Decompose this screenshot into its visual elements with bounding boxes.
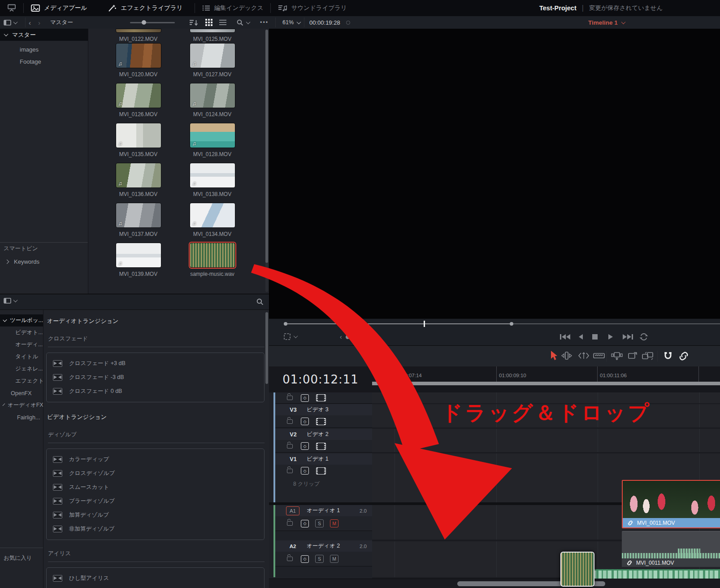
auto-select-icon[interactable]: ◇ <box>301 418 309 425</box>
media-clip[interactable]: ♫ MVI_0139.MOV <box>114 243 163 283</box>
smart-bin-keywords[interactable]: Keywords <box>0 256 93 268</box>
sidebar-item-toolbox[interactable]: ツールボッ... <box>0 314 43 327</box>
range-end-handle[interactable] <box>510 322 513 326</box>
clip-thumbnail[interactable]: ♫ <box>116 203 161 228</box>
razor-edit-mode-button[interactable] <box>593 351 605 360</box>
sidebar-item-audio-transitions[interactable]: オーディ... <box>0 339 43 351</box>
selection-mode-button[interactable] <box>550 350 558 361</box>
slider-knob[interactable] <box>142 20 146 25</box>
jog-control[interactable]: ‹ <box>340 333 350 340</box>
auto-select-icon[interactable]: ◇ <box>301 467 309 475</box>
clip-thumbnail[interactable]: ♫ <box>116 123 161 148</box>
flag-icon[interactable] <box>316 394 326 401</box>
effect-item[interactable]: カラーディップ <box>47 453 264 466</box>
step-back-button[interactable] <box>577 333 584 340</box>
dynamic-trim-mode-button[interactable] <box>577 351 590 360</box>
timeline-ruler[interactable]: 01:00:07:14 01:00:09:10 01:00:11:06 01:0… <box>372 366 720 392</box>
flag-icon[interactable] <box>316 443 326 450</box>
media-clip[interactable]: ♫ MVI_0138.MOV <box>188 163 237 203</box>
lock-icon[interactable] <box>287 557 293 561</box>
go-to-end-button[interactable] <box>622 333 633 340</box>
track-header-v1[interactable]: V1 ビデオ 1 <box>275 453 372 465</box>
bin-breadcrumb[interactable]: マスター <box>50 16 73 29</box>
thumbnail-size-slider[interactable] <box>130 16 175 29</box>
play-button[interactable] <box>607 333 614 340</box>
sidebar-item-effects[interactable]: エフェクト <box>0 375 43 387</box>
viewer-scrubber[interactable] <box>269 318 720 329</box>
lock-icon[interactable] <box>287 521 293 526</box>
range-start-handle[interactable] <box>284 322 287 326</box>
solo-button[interactable]: S <box>315 555 324 563</box>
effects-search-button[interactable] <box>256 298 264 305</box>
bin-item-footage[interactable]: Footage <box>0 56 88 68</box>
sidebar-item-fairlight[interactable]: Fairligh... <box>0 411 43 423</box>
slider-track[interactable] <box>130 22 175 23</box>
media-clip[interactable]: ♫ MVI_0124.MOV <box>188 83 237 123</box>
track-header-a2[interactable]: A2 オーディオ 2 2.0 <box>275 540 372 552</box>
media-clip[interactable]: ♫ MVI_0120.MOV <box>114 43 163 83</box>
auto-select-icon[interactable]: ◇ <box>301 394 309 402</box>
scrubber-playhead[interactable] <box>424 321 425 327</box>
media-clip[interactable]: ♫ MVI_0126.MOV <box>114 83 163 123</box>
media-clip[interactable]: ♫ MVI_0137.MOV <box>114 203 163 243</box>
snapping-magnet-button[interactable] <box>663 351 673 362</box>
timeline-zoom-scrollbar[interactable] <box>372 382 720 385</box>
clip-thumbnail[interactable]: ♫ <box>190 123 235 148</box>
lock-icon[interactable] <box>287 396 293 400</box>
workspace-pin-button[interactable] <box>0 4 23 12</box>
media-clip[interactable]: MVI_0125.MOV <box>188 29 237 43</box>
sidebar-item-openfx[interactable]: OpenFX <box>0 387 43 399</box>
timeline-horizontal-scrollbar[interactable] <box>269 579 720 588</box>
effect-item[interactable]: スムースカット <box>47 480 264 494</box>
mute-button[interactable]: M <box>330 555 338 563</box>
sort-button[interactable] <box>189 16 198 29</box>
clip-thumbnail[interactable]: ♫ <box>190 203 235 228</box>
media-clip[interactable]: ♫ MVI_0135.MOV <box>114 123 163 163</box>
tab-effects-library[interactable]: エフェクトライブラリ <box>100 0 190 16</box>
mute-button[interactable]: M <box>330 519 338 527</box>
flag-icon[interactable] <box>316 467 326 475</box>
viewer-zoom-dropdown[interactable]: 61% <box>282 16 300 29</box>
effect-item[interactable]: クロスフェード +3 dB <box>47 357 264 370</box>
track-header-v2[interactable]: V2 ビデオ 2 <box>275 429 372 440</box>
sidebar-item-favorites[interactable]: お気に入り <box>0 552 47 564</box>
clip-thumbnail[interactable]: ♫ <box>190 43 235 68</box>
go-to-start-button[interactable] <box>560 333 571 340</box>
media-clip[interactable]: ♫ MVI_0134.MOV <box>188 203 237 243</box>
lock-icon[interactable] <box>287 469 293 473</box>
tab-media-pool[interactable]: メディアプール <box>24 0 94 16</box>
auto-select-icon[interactable]: ◇ <box>301 520 309 527</box>
clip-thumbnail[interactable]: ♫ <box>190 83 235 108</box>
replace-clip-button[interactable] <box>641 351 655 361</box>
effect-item[interactable]: クロスフェード -3 dB <box>47 370 264 384</box>
clip-thumbnail[interactable]: ♫ <box>116 83 161 108</box>
media-clip[interactable]: ♫ MVI_0136.MOV <box>114 163 163 203</box>
solo-button[interactable]: S <box>315 519 324 527</box>
media-pool-view-toggle[interactable] <box>4 16 17 29</box>
auto-select-icon[interactable]: ◇ <box>301 442 309 450</box>
bin-item-images[interactable]: images <box>0 44 88 56</box>
scrollbar-handle[interactable] <box>457 581 605 586</box>
lock-icon[interactable] <box>287 419 293 424</box>
timeline-video-clip[interactable]: MVI_0011.MOV <box>622 480 720 528</box>
scrubber-range[interactable] <box>286 323 512 324</box>
tab-sound-library[interactable]: サウンドライブラリ <box>271 0 354 16</box>
destination-track-badge[interactable]: A1 <box>286 506 299 515</box>
track-header-v3[interactable]: V3 ビデオ 3 <box>275 404 372 416</box>
media-clip[interactable]: ♫ MVI_0127.MOV <box>188 43 237 83</box>
effects-view-toggle[interactable] <box>4 298 17 304</box>
timeline-selector-dropdown[interactable]: Timeline 1 <box>588 16 625 29</box>
sidebar-item-audio-fx[interactable]: オーディオFX <box>0 399 43 411</box>
forward-button[interactable]: › <box>38 19 40 26</box>
clip-thumbnail[interactable]: ♫ <box>190 163 235 188</box>
clip-thumbnail[interactable]: ♫ <box>116 43 161 68</box>
clip-thumbnail[interactable]: ♫ <box>116 163 161 188</box>
sidebar-item-titles[interactable]: タイトル <box>0 351 43 363</box>
media-clip[interactable]: MVI_0122.MOV <box>114 29 163 43</box>
media-clip[interactable]: ♫ MVI_0128.MOV <box>188 123 237 163</box>
loop-button[interactable] <box>639 333 648 340</box>
clip-thumbnail[interactable] <box>190 29 235 33</box>
timeline-viewer[interactable] <box>269 29 720 318</box>
track-id-badge[interactable]: A2 <box>286 542 299 551</box>
lock-icon[interactable] <box>287 444 293 449</box>
